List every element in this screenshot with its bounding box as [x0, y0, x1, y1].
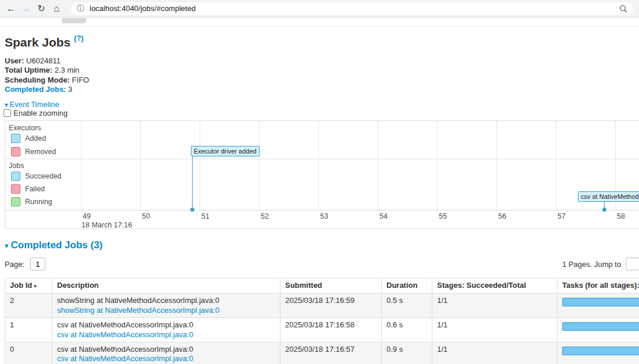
timeline-axis-tick: 56 [498, 212, 506, 220]
url-text: localhost:4040/jobs/#completed [90, 4, 196, 13]
timeline-item-executor-added: Executor driver added [191, 146, 260, 156]
info-uptime-label: Total Uptime: [5, 66, 52, 74]
submitted-cell: 2025/03/18 17:16:59 [281, 294, 382, 318]
timeline-gridline [556, 121, 556, 210]
stages-cell: 1/1 [432, 294, 558, 318]
info-uptime: Total Uptime: 2.3 min [5, 66, 89, 75]
info-completed-value: 3 [68, 85, 72, 94]
header-tasks[interactable]: Tasks (for all stages): Succeeded/Total [558, 279, 639, 294]
tasks-cell [558, 318, 639, 342]
legend-added-label: Added [25, 134, 46, 142]
legend-added: Added [11, 134, 46, 143]
legend-removed-label: Removed [25, 148, 56, 156]
forward-icon[interactable]: → [19, 3, 34, 14]
timeline-gridline [437, 121, 438, 210]
info-scheduling-label: Scheduling Mode: [5, 76, 70, 84]
header-description[interactable]: Description [52, 279, 281, 294]
description-text: csv at NativeMethodAccessorImpl.java:0 [57, 345, 193, 354]
timeline-axis-date: 18 March 17:16 [81, 221, 132, 229]
timeline-item-stem [192, 156, 193, 208]
duration-cell: 0.6 s [382, 318, 432, 342]
info-user-value: U6024811 [26, 56, 61, 65]
table-row: 0 csv at NativeMethodAccessorImpl.java:0… [5, 342, 639, 364]
home-icon[interactable]: ⌂ [49, 3, 64, 14]
description-cell: csv at NativeMethodAccessorImpl.java:0 c… [52, 342, 281, 364]
job-id-cell: 2 [5, 294, 52, 318]
page-title-text: Spark Jobs [5, 35, 70, 49]
partial-element [62, 18, 86, 23]
jump-label: 1 Pages. Jump to [562, 260, 621, 269]
back-icon[interactable]: ← [3, 3, 19, 14]
description-link[interactable]: csv at NativeMethodAccessorImpl.java:0 [57, 330, 275, 340]
header-stages[interactable]: Stages: Succeeded/Total [432, 279, 558, 294]
legend-failed: Failed [11, 184, 45, 194]
completed-jobs-link[interactable]: Completed Jobs: [5, 85, 66, 94]
timeline-gridline [81, 121, 81, 210]
info-uptime-value: 2.3 min [55, 66, 80, 74]
legend-added-swatch [11, 134, 20, 143]
tasks-cell [558, 342, 639, 364]
timeline-group-jobs-label: Jobs [9, 162, 24, 170]
description-cell: csv at NativeMethodAccessorImpl.java:0 c… [52, 318, 281, 342]
caret-down-icon: ▾ [5, 241, 9, 250]
legend-removed: Removed [11, 147, 56, 156]
site-info-icon[interactable]: ⓘ [77, 3, 84, 14]
timeline-gridline [378, 121, 378, 210]
timeline-item-csv-job: csv at NativeMethod. [578, 191, 639, 202]
address-bar[interactable]: ⓘ localhost:4040/jobs/#completed [71, 2, 633, 15]
timeline-axis-tick: 51 [201, 212, 210, 220]
timeline-axis-tick: 49 [83, 212, 91, 220]
page-input[interactable] [30, 258, 45, 270]
jump-input[interactable] [626, 258, 639, 270]
browser-zoom-icon[interactable] [619, 5, 627, 13]
description-link[interactable]: showString at NativeMethodAccessorImpl.j… [57, 306, 275, 315]
timeline-axis-tick: 54 [379, 212, 388, 220]
info-user: User: U6024811 [5, 56, 89, 66]
timeline-gridline [200, 121, 200, 210]
event-timeline-panel[interactable]: Executors Added Removed Jobs Succeeded F… [5, 120, 639, 229]
enable-zooming-checkbox[interactable] [3, 109, 11, 117]
timeline-axis-line [5, 210, 639, 210]
description-link[interactable]: csv at NativeMethodAccessorImpl.java:0 [57, 354, 275, 363]
info-scheduling-value: FIFO [72, 76, 90, 84]
legend-succeeded-swatch [11, 172, 20, 181]
description-text: showString at NativeMethodAccessorImpl.j… [57, 296, 219, 305]
stages-cell: 1/1 [432, 342, 558, 364]
timeline-axis-tick: 57 [558, 212, 566, 220]
legend-running-label: Running [25, 198, 52, 206]
timeline-gridline [318, 121, 319, 210]
legend-running-swatch [11, 197, 20, 206]
duration-cell: 0.9 s [382, 342, 432, 364]
page-jump: 1 Pages. Jump to [562, 258, 639, 270]
timeline-item-dot [190, 208, 194, 212]
legend-succeeded-label: Succeeded [25, 172, 62, 180]
enable-zooming-label: Enable zooming [13, 109, 68, 117]
description-text: csv at NativeMethodAccessorImpl.java:0 [57, 320, 193, 329]
timeline-item-dot [602, 208, 606, 212]
legend-running: Running [11, 197, 52, 206]
completed-jobs-header[interactable]: ▾Completed Jobs (3) [5, 240, 102, 251]
timeline-axis-tick: 58 [617, 212, 625, 220]
timeline-group-executors-label: Executors [9, 124, 41, 132]
header-submitted[interactable]: Submitted [281, 279, 382, 294]
enable-zooming-row: Enable zooming [3, 109, 68, 117]
event-timeline-toggle[interactable]: ▾Event Timeline [5, 100, 59, 109]
legend-failed-swatch [11, 184, 20, 194]
duration-cell: 0.5 s [382, 294, 432, 318]
tasks-progress-bar [562, 298, 639, 306]
browser-window: ← → ↻ ⌂ ⓘ localhost:4040/jobs/#completed… [0, 0, 639, 364]
help-link[interactable]: (?) [74, 34, 84, 42]
refresh-icon[interactable]: ↻ [34, 3, 49, 14]
timeline-group-separator [5, 159, 639, 159]
timeline-axis-tick: 55 [439, 212, 447, 220]
header-job-id[interactable]: Job Id▾ [5, 279, 52, 294]
submitted-cell: 2025/03/18 17:16:58 [281, 318, 382, 342]
app-summary: User: U6024811 Total Uptime: 2.3 min Sch… [5, 56, 89, 95]
info-scheduling: Scheduling Mode: FIFO [5, 76, 89, 85]
legend-succeeded: Succeeded [11, 172, 62, 181]
header-duration[interactable]: Duration [382, 279, 432, 294]
timeline-gridline [496, 121, 497, 210]
table-header-row: Job Id▾ Description Submitted Duration S… [5, 279, 639, 294]
stages-cell: 1/1 [432, 318, 558, 342]
caret-down-icon: ▾ [5, 101, 8, 108]
